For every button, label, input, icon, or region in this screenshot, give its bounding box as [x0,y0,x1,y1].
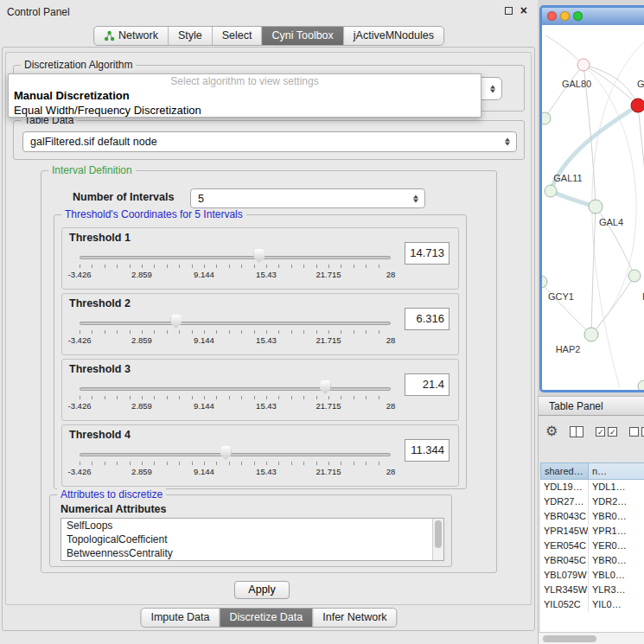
cyni-toolbox-panel: Discretization Algorithm Select algorith… [5,52,532,605]
table-cell[interactable]: YER054C [540,539,589,553]
table-row[interactable]: YBR045C YBR0… [540,553,644,568]
network-node[interactable] [638,380,644,390]
slider-ticks [80,265,391,268]
threshold-3-value-field[interactable]: 21.4 [405,373,450,396]
network-node[interactable] [628,270,641,282]
tab-infer-network[interactable]: Infer Network [313,609,396,627]
table-cell[interactable]: YBR0… [589,553,644,568]
threshold-1-value-field[interactable]: 14.713 [405,242,450,265]
network-node[interactable] [545,185,557,197]
apply-button[interactable]: Apply [234,581,290,599]
columns-icon[interactable] [570,426,583,437]
select-all-columns-icon[interactable]: ✓ ✓ [596,427,617,437]
network-edge[interactable] [542,282,591,335]
column-header-name[interactable]: n… [589,462,644,480]
slider-thumb[interactable] [253,249,265,263]
threshold-label: Threshold 3 [69,363,131,375]
table-cell[interactable]: YDR27… [540,494,589,509]
table-data-combobox[interactable]: galFiltered.sif default node [22,131,517,152]
threshold-2-panel: Threshold 2 -3.426 2.859 9.144 15.43 21.… [61,293,459,355]
table-cell[interactable]: YDL1… [589,480,644,494]
zoom-button[interactable] [573,11,583,21]
table-cell[interactable]: YPR145W [540,524,589,539]
tab-discretize-data[interactable]: Discretize Data [220,609,314,627]
column-header-shared-name[interactable]: shared… [540,462,589,480]
dropdown-option-equal-width-frequency[interactable]: Equal Width/Frequency Discretization [9,103,481,118]
table-horizontal-scrollbar[interactable] [539,632,644,644]
table-cell[interactable]: YBL079W [540,568,589,583]
list-scrollbar[interactable] [432,519,443,560]
slider-thumb[interactable] [220,446,232,460]
settings-gear-icon[interactable]: ⚙ [545,423,558,440]
table-row[interactable]: YBR043C YBR0… [540,509,644,524]
table-cell[interactable]: YPR1… [589,524,644,539]
tab-select[interactable]: Select [213,27,263,45]
table-cell[interactable]: YBR045C [540,553,589,568]
table-cell[interactable]: YLR3… [589,583,644,597]
table-cell[interactable]: YDL19… [540,480,589,494]
slider-track[interactable] [80,453,391,456]
threshold-4-slider[interactable]: -3.426 2.859 9.144 15.43 21.715 28 [80,446,391,484]
threshold-1-panel: Threshold 1 -3.426 2.859 9.144 15.43 21.… [61,227,459,290]
numerical-attributes-label: Numerical Attributes [61,503,166,515]
table-row[interactable]: YBL079W YBL0… [540,568,644,583]
numerical-attributes-list[interactable]: SelfLoops TopologicalCoefficient Between… [61,518,444,561]
network-node[interactable] [584,328,598,341]
threshold-3-slider[interactable]: -3.426 2.859 9.144 15.43 21.715 28 [80,380,391,418]
table-row[interactable]: YLR345W YLR3… [540,583,644,597]
slider-thumb[interactable] [320,380,331,394]
network-node[interactable] [542,276,547,288]
threshold-2-value-field[interactable]: 6.316 [405,308,450,330]
network-node[interactable] [542,112,551,124]
network-edge[interactable] [638,105,644,267]
select-none-columns-icon[interactable] [629,427,644,437]
threshold-4-value-field[interactable]: 11.344 [405,439,450,462]
table-row[interactable]: YDL19… YDL1… [540,480,644,494]
close-window-icon[interactable]: × [520,6,527,15]
tab-jactivemnodules[interactable]: jActiveMNodules [344,27,443,45]
tab-style[interactable]: Style [169,27,213,45]
tab-network[interactable]: Network [94,27,169,45]
scrollbar-thumb[interactable] [543,635,596,642]
bottom-tab-bar: Impute Data Discretize Data Infer Networ… [140,608,397,628]
slider-track[interactable] [80,322,391,325]
list-item[interactable]: BetweennessCentrality [61,546,443,560]
threshold-2-slider[interactable]: -3.426 2.859 9.144 15.43 21.715 28 [80,315,391,353]
table-row[interactable]: YDR27… YDR2… [540,494,644,509]
table-panel-header: Table Panel [538,396,644,416]
checkbox-icon: ✓ [608,427,617,437]
slider-ticks [80,330,391,334]
list-item[interactable]: TopologicalCoefficient [61,532,443,546]
group-title: Interval Definition [48,164,136,176]
dropdown-option-manual-discretization[interactable]: Manual Discretization [9,88,481,103]
table-cell[interactable]: YBL0… [589,568,644,583]
minimize-button[interactable] [560,11,570,21]
table-cell[interactable]: YBR043C [540,509,589,524]
slider-track[interactable] [80,387,391,391]
table-cell[interactable]: YIL052C [540,597,589,612]
tab-cyni-toolbox[interactable]: Cyni Toolbox [262,27,343,45]
close-button[interactable] [547,11,557,21]
threshold-4-panel: Threshold 4 -3.426 2.859 9.144 15.43 21.… [61,424,459,487]
table-cell[interactable]: YDR2… [589,494,644,509]
table-row[interactable]: YPR145W YPR1… [540,524,644,539]
tab-impute-data[interactable]: Impute Data [141,609,220,627]
threshold-1-slider[interactable]: -3.426 2.859 9.144 15.43 21.715 28 [80,249,391,287]
number-of-intervals-combobox[interactable]: 5 [190,188,425,208]
table-cell[interactable]: YBR0… [589,509,644,524]
network-node-selected[interactable] [631,99,644,112]
list-item[interactable]: SelfLoops [61,519,443,532]
slider-thumb[interactable] [170,315,182,328]
float-window-icon[interactable] [505,7,513,15]
network-canvas[interactable]: GAL80 GA GAL11 GAL4 GCY1 H HAP2 [542,25,644,390]
slider-track[interactable] [80,256,391,259]
scrollbar-thumb[interactable] [435,520,442,548]
table-row[interactable]: YER054C YER0… [540,539,644,553]
network-edge[interactable] [545,65,583,118]
network-node[interactable] [577,59,590,71]
table-cell[interactable]: YLR345W [540,583,589,597]
table-row[interactable]: YIL052C YIL0… [540,597,644,612]
table-cell[interactable]: YER0… [589,539,644,553]
network-node[interactable] [589,200,603,214]
table-cell[interactable]: YIL0… [589,597,644,612]
